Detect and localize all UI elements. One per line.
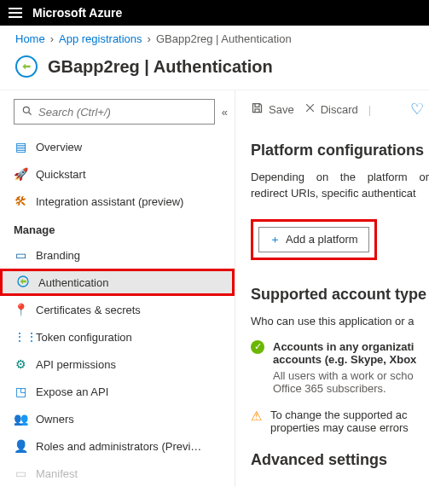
sidebar-item-certificates[interactable]: 📍 Certificates & secrets xyxy=(0,296,235,323)
add-platform-button[interactable]: ＋ Add a platform xyxy=(258,227,369,252)
sidebar-item-token-configuration[interactable]: ⋮⋮ Token configuration xyxy=(0,323,235,350)
sidebar-item-label: Integration assistant (preview) xyxy=(36,195,183,208)
platform-configurations-heading: Platform configurations xyxy=(251,142,429,159)
auth-icon xyxy=(16,275,30,291)
sidebar-item-label: Overview xyxy=(36,141,82,154)
account-type-sub: All users with a work or scho Office 365… xyxy=(273,369,429,395)
breadcrumb-home[interactable]: Home xyxy=(15,32,45,45)
sidebar-item-authentication[interactable]: Authentication xyxy=(0,269,235,296)
sidebar-item-label: Expose an API xyxy=(36,385,108,398)
tag-icon: ▭ xyxy=(14,248,27,262)
hamburger-menu[interactable] xyxy=(9,8,22,18)
wrench-icon: 🛠 xyxy=(14,194,27,208)
breadcrumb-app-registrations[interactable]: App registrations xyxy=(59,32,142,45)
toolbar: Save Discard | ♡ xyxy=(251,92,429,126)
manifest-icon: ▭ xyxy=(14,466,27,480)
sidebar-item-label: API permissions xyxy=(36,358,116,371)
breadcrumb: Home › App registrations › GBapp2reg | A… xyxy=(0,26,429,52)
warning-item: ⚠ To change the supported ac properties … xyxy=(251,408,429,434)
sidebar-item-label: Roles and administrators (Previ… xyxy=(36,440,201,453)
toolbar-divider: | xyxy=(368,103,371,116)
sidebar-item-label: Authentication xyxy=(38,276,108,289)
add-platform-label: Add a platform xyxy=(286,233,358,246)
account-type-item: ✓ Accounts in any organizati accounts (e… xyxy=(251,340,429,395)
chevron-right-icon: › xyxy=(148,32,151,45)
svg-line-1 xyxy=(29,112,32,114)
expose-icon: ◳ xyxy=(14,385,27,398)
who-can-use-text: Who can use this application or a xyxy=(251,314,429,330)
collapse-sidebar-icon[interactable]: « xyxy=(222,106,228,119)
sidebar-item-label: Token configuration xyxy=(36,331,132,344)
breadcrumb-current: GBapp2reg | Authentication xyxy=(156,32,292,45)
sidebar-item-integration-assistant[interactable]: 🛠 Integration assistant (preview) xyxy=(0,188,235,215)
token-icon: ⋮⋮ xyxy=(14,330,27,344)
brand-label: Microsoft Azure xyxy=(32,6,122,20)
svg-point-0 xyxy=(23,107,29,113)
discard-label: Discard xyxy=(321,103,358,116)
warning-text: To change the supported ac properties ma… xyxy=(270,408,429,434)
supported-account-types-heading: Supported account type xyxy=(251,286,429,304)
sidebar-item-quickstart[interactable]: 🚀 Quickstart xyxy=(0,160,235,188)
page-title: GBapp2reg | Authentication xyxy=(48,57,273,77)
search-box[interactable] xyxy=(14,99,215,125)
sidebar-item-branding[interactable]: ▭ Branding xyxy=(0,241,235,269)
favorite-icon[interactable]: ♡ xyxy=(410,100,424,119)
add-platform-highlight: ＋ Add a platform xyxy=(251,219,377,260)
advanced-settings-heading: Advanced settings xyxy=(251,451,429,469)
sidebar: « ▤ Overview 🚀 Quickstart 🛠 Integration … xyxy=(0,90,235,487)
discard-button[interactable]: Discard xyxy=(304,102,358,116)
sidebar-item-label: Owners xyxy=(36,413,74,426)
sidebar-item-label: Manifest xyxy=(36,467,78,480)
sidebar-item-expose-api[interactable]: ◳ Expose an API xyxy=(0,378,235,405)
account-type-bold: Accounts in any organizati accounts (e.g… xyxy=(273,340,416,366)
sidebar-item-overview[interactable]: ▤ Overview xyxy=(0,133,235,160)
app-icon xyxy=(15,55,38,78)
key-icon: 📍 xyxy=(14,303,27,316)
warning-icon: ⚠ xyxy=(251,408,262,434)
sidebar-item-roles[interactable]: 👤 Roles and administrators (Previ… xyxy=(0,432,235,460)
chevron-right-icon: › xyxy=(50,32,54,45)
plus-icon: ＋ xyxy=(270,232,281,247)
roles-icon: 👤 xyxy=(14,439,27,453)
topbar: Microsoft Azure xyxy=(0,0,429,26)
page-title-row: GBapp2reg | Authentication xyxy=(0,52,429,90)
checkmark-icon: ✓ xyxy=(251,340,264,354)
sidebar-item-manifest[interactable]: ▭ Manifest xyxy=(0,460,235,487)
sidebar-item-label: Certificates & secrets xyxy=(36,304,141,316)
close-icon xyxy=(304,102,316,116)
platform-configurations-text: Depending on the platform or redirect UR… xyxy=(251,170,429,202)
sidebar-item-owners[interactable]: 👥 Owners xyxy=(0,405,235,432)
section-heading-manage: Manage xyxy=(0,215,235,241)
search-input[interactable] xyxy=(38,106,207,119)
main-pane: Save Discard | ♡ Platform configurations… xyxy=(235,90,429,487)
search-icon xyxy=(21,105,33,119)
save-icon xyxy=(251,101,264,117)
sidebar-item-api-permissions[interactable]: ⚙ API permissions xyxy=(0,350,235,378)
sidebar-item-label: Branding xyxy=(36,249,80,262)
save-button[interactable]: Save xyxy=(251,101,294,117)
permissions-icon: ⚙ xyxy=(14,357,27,371)
save-label: Save xyxy=(269,103,294,116)
rocket-icon: 🚀 xyxy=(14,167,27,181)
owners-icon: 👥 xyxy=(14,412,27,426)
overview-icon: ▤ xyxy=(14,140,27,154)
sidebar-item-label: Quickstart xyxy=(36,168,86,181)
